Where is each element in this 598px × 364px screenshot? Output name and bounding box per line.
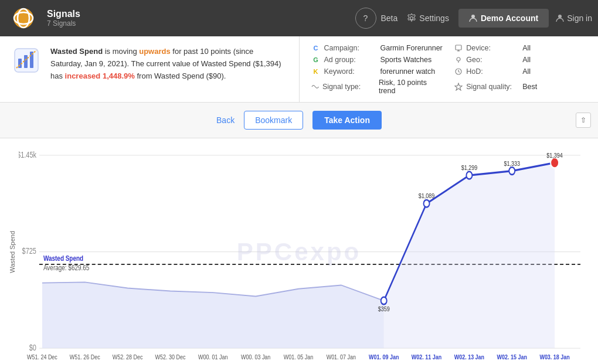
geo-value: All (522, 56, 531, 64)
svg-text:$1,089: $1,089 (419, 192, 435, 199)
settings-icon (407, 13, 416, 23)
actions-bar: Back Bookmark Take Action ⇧ (0, 103, 598, 138)
adgroup-label: Ad group: (324, 56, 377, 64)
header: Signals 7 Signals ? Beta Settings Demo A… (0, 0, 598, 36)
take-action-button[interactable]: Take Action (312, 111, 382, 130)
account-button[interactable]: Demo Account (458, 9, 549, 28)
hod-label: HoD: (466, 67, 519, 76)
svg-text:$725: $725 (22, 247, 36, 256)
svg-text:W00, 01 Jan: W00, 01 Jan (198, 353, 228, 359)
y-axis-label: Wasted Spend (9, 231, 16, 273)
keyword-value: forerunner watch (380, 67, 436, 76)
base-value: $90 (209, 72, 222, 80)
signal-type-value: Risk, 10 points trend (379, 79, 443, 95)
device-label: Device: (466, 44, 519, 52)
svg-text:Wasted Spend: Wasted Spend (43, 254, 83, 262)
since-date: Saturday, Jan 9, 2021 (50, 59, 124, 68)
adgroup-field: G Ad group: Sports Watches (311, 55, 443, 64)
app-title: Signals 7 Signals (47, 9, 80, 28)
help-button[interactable]: ? (355, 8, 376, 29)
app-name: Signals (47, 9, 80, 19)
svg-text:W51, 26 Dec: W51, 26 Dec (70, 353, 100, 359)
chevron-up-icon: ⇧ (580, 116, 586, 124)
info-fields: C Campaign: Garmin Forerunner Device: Al… (300, 36, 599, 102)
keyword-label: Keyword: (324, 67, 377, 76)
svg-text:W02, 13 Jan: W02, 13 Jan (454, 353, 484, 359)
logo (6, 8, 41, 29)
chart-area: PPCexpo Wasted Spend $1.45k $725 $0 Wast… (0, 138, 598, 364)
device-value: All (522, 44, 531, 52)
svg-point-29 (509, 167, 515, 175)
info-description: Wasted Spend is moving upwards for past … (0, 36, 300, 102)
desc-part5: from Wasted Spend ( (135, 72, 209, 80)
svg-point-12 (457, 57, 460, 61)
geo-label: Geo: (466, 56, 519, 64)
svg-text:W52, 28 Dec: W52, 28 Dec (113, 353, 143, 359)
beta-label: Beta (381, 13, 398, 23)
metric-icon (12, 46, 41, 75)
question-icon: ? (363, 13, 368, 23)
signal-type-icon (311, 83, 319, 91)
svg-point-4 (558, 15, 562, 18)
campaign-icon: C (311, 43, 321, 53)
back-button[interactable]: Back (216, 115, 235, 125)
signin-label: Sign in (567, 13, 592, 23)
account-label: Demo Account (481, 13, 538, 23)
svg-text:W51, 24 Dec: W51, 24 Dec (27, 353, 57, 359)
svg-text:$0: $0 (29, 343, 36, 353)
svg-text:Average: $629.65: Average: $629.65 (43, 264, 89, 271)
signal-quality-field: Signal quality: Best (454, 79, 586, 95)
hod-field: HoD: All (454, 67, 586, 76)
device-field: Device: All (454, 43, 586, 53)
geo-field: Geo: All (454, 55, 586, 64)
svg-text:$1,394: $1,394 (546, 152, 563, 159)
svg-text:W01, 05 Jan: W01, 05 Jan (284, 353, 314, 359)
increase-pct: increased 1,448.9% (65, 72, 135, 80)
adgroup-icon: G (311, 55, 321, 64)
signal-quality-icon (454, 83, 463, 91)
signin-button[interactable]: Sign in (556, 13, 592, 23)
collapse-button[interactable]: ⇧ (576, 113, 591, 128)
svg-text:W03, 18 Jan: W03, 18 Jan (539, 353, 569, 359)
info-text-content: Wasted Spend is moving upwards for past … (50, 46, 287, 82)
svg-marker-14 (455, 83, 462, 90)
svg-point-3 (471, 15, 475, 18)
keyword-field: K Keyword: forerunner watch (311, 67, 443, 76)
svg-marker-25 (384, 163, 555, 348)
svg-text:$359: $359 (378, 305, 390, 312)
svg-rect-10 (457, 50, 460, 52)
desc-part2: for past 10 points (since (171, 47, 254, 56)
bookmark-button[interactable]: Bookmark (244, 111, 303, 130)
desc-part1: is moving (103, 47, 139, 56)
svg-rect-9 (456, 45, 461, 50)
info-panel: Wasted Spend is moving upwards for past … (0, 36, 598, 103)
hod-icon (454, 67, 463, 76)
direction-text: upwards (139, 47, 170, 56)
svg-text:W52, 30 Dec: W52, 30 Dec (155, 353, 186, 359)
svg-point-27 (424, 200, 430, 207)
hod-value: All (522, 67, 531, 76)
desc-part3: ). The current value of Wasted Spend ( (124, 59, 255, 68)
geo-icon (454, 56, 463, 64)
svg-text:W01, 09 Jan: W01, 09 Jan (369, 353, 399, 359)
svg-text:$1.45k: $1.45k (19, 151, 37, 160)
svg-text:W00, 03 Jan: W00, 03 Jan (241, 353, 271, 359)
svg-text:$1,299: $1,299 (461, 164, 478, 171)
settings-label: Settings (419, 13, 449, 23)
signin-icon (556, 14, 564, 22)
keyword-icon: K (311, 67, 321, 76)
current-value: $1,394 (256, 59, 279, 68)
desc-part6: ). (222, 72, 226, 80)
adgroup-value: Sports Watches (380, 56, 432, 64)
signal-type-field: Signal type: Risk, 10 points trend (311, 79, 443, 95)
svg-text:$1,333: $1,333 (504, 160, 521, 167)
account-icon (469, 14, 477, 22)
svg-point-26 (381, 297, 387, 305)
chart-svg: $1.45k $725 $0 Wasted Spend Average: $62… (19, 144, 586, 359)
settings-button[interactable]: Settings (407, 13, 449, 23)
device-icon (454, 44, 463, 52)
metric-name: Wasted Spend (50, 47, 103, 56)
signal-quality-label: Signal quality: (466, 83, 519, 91)
svg-point-28 (466, 172, 472, 179)
signal-type-label: Signal type: (322, 83, 375, 91)
